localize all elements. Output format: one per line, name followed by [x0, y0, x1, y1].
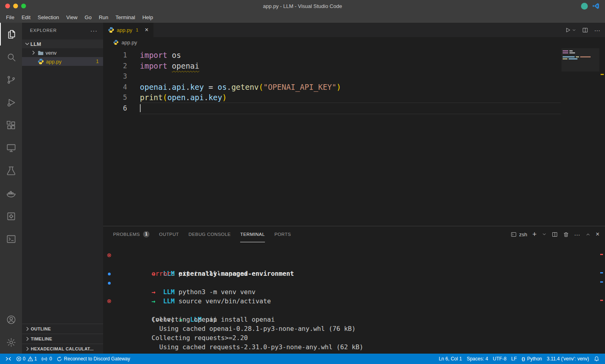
menu-terminal[interactable]: Terminal: [112, 14, 139, 20]
vscode-logo-icon[interactable]: [592, 2, 599, 10]
section-hexadecimal[interactable]: HEXADECIMAL CALCULAT...: [22, 344, 103, 354]
titlebar-avatar[interactable]: [581, 3, 588, 10]
close-panel-button[interactable]: ×: [596, 231, 599, 238]
minimap[interactable]: [561, 48, 599, 136]
tree-item-venv[interactable]: venv: [22, 48, 103, 57]
code-line-3[interactable]: 3: [103, 71, 605, 82]
menu-help[interactable]: Help: [139, 14, 157, 20]
panel-tab-ports[interactable]: PORTS: [275, 226, 291, 242]
discord-reconnect[interactable]: Reconnect to Discord Gateway: [54, 354, 132, 364]
kill-terminal-button[interactable]: [563, 231, 569, 237]
activity-run-debug[interactable]: [0, 91, 22, 114]
terminal-line: [103, 287, 605, 297]
explorer-more-actions-button[interactable]: ···: [90, 27, 98, 34]
new-terminal-button[interactable]: +: [532, 230, 537, 239]
line-number[interactable]: 4: [103, 82, 127, 93]
notifications-bell[interactable]: [591, 354, 602, 364]
code-line-1[interactable]: 1 import os: [103, 50, 605, 61]
terminal-output[interactable]: ⊗ → LLM pip install openai error: extern…: [103, 242, 605, 354]
line-number[interactable]: 2: [103, 61, 127, 71]
tree-item-app-py[interactable]: app.py 1: [22, 57, 103, 66]
panel-tab-label: PORTS: [275, 232, 291, 237]
tab-close-button[interactable]: ×: [145, 26, 148, 34]
scrollbar-fail-mark: [600, 254, 603, 255]
activity-bar-top: [0, 23, 22, 250]
line-number[interactable]: 5: [103, 92, 127, 103]
editor-more-actions-button[interactable]: ···: [594, 27, 600, 33]
line-number[interactable]: 6: [103, 103, 127, 114]
panel-t ab-problems[interactable]: PROBLEMS 1: [113, 226, 149, 242]
terminal-line: Collecting tqdm: [103, 342, 605, 352]
file-tree: LLM venv app.py 1: [22, 40, 103, 66]
vscode-window: app.py - LLM - Visual Studio Code File E…: [0, 0, 605, 364]
activity-remote-explorer[interactable]: [0, 136, 22, 159]
menu-selection[interactable]: Selection: [34, 14, 62, 20]
code-line-4[interactable]: 4 openai.api.key = os.getenv("OPENAI_API…: [103, 82, 605, 93]
chevron-right-icon: [24, 326, 31, 332]
minimap-line: [563, 50, 573, 51]
cursor-position[interactable]: Ln 6, Col 1: [436, 354, 464, 364]
panel-tab-output[interactable]: OUTPUT: [159, 226, 179, 242]
indentation[interactable]: Spaces: 4: [464, 354, 490, 364]
activity-extensions[interactable]: [0, 114, 22, 136]
breadcrumb-item[interactable]: app.py: [121, 40, 137, 46]
minimap-slider[interactable]: [561, 48, 599, 71]
line-number[interactable]: 3: [103, 71, 127, 82]
menu-view[interactable]: View: [63, 14, 81, 20]
panel-tab-bar: PROBLEMS 1 OUTPUT DEBUG CONSOLE TERMINAL…: [103, 226, 605, 242]
menu-file[interactable]: File: [2, 14, 18, 20]
traffic-lights: [5, 0, 26, 12]
tree-root-llm[interactable]: LLM: [22, 40, 103, 48]
activity-terminal[interactable]: [0, 228, 22, 250]
tab-app-py[interactable]: app.py 1 ×: [103, 23, 153, 37]
line-number[interactable]: 1: [103, 50, 127, 61]
minimize-window-button[interactable]: [13, 4, 18, 8]
bottom-panel: PROBLEMS 1 OUTPUT DEBUG CONSOLE TERMINAL…: [103, 226, 605, 354]
maximize-panel-button[interactable]: [585, 232, 591, 237]
activity-testing[interactable]: [0, 159, 22, 182]
panel-tab-terminal[interactable]: TERMINAL: [240, 226, 265, 242]
terminal-icon: [6, 234, 16, 244]
language-mode[interactable]: {} Python: [519, 354, 544, 364]
activity-docker[interactable]: [0, 182, 22, 205]
menu-run[interactable]: Run: [95, 14, 112, 20]
code-editor[interactable]: 1 import os 2 import openai 3 4 openai.a…: [103, 47, 605, 226]
discord-reconnect-label: Reconnect to Discord Gateway: [64, 356, 130, 362]
panel-tab-debug-console[interactable]: DEBUG CONSOLE: [189, 226, 231, 242]
split-terminal-button[interactable]: [552, 231, 558, 237]
zoom-window-button[interactable]: [21, 4, 26, 8]
terminal-profile-chevron[interactable]: [542, 232, 547, 237]
code-line-2[interactable]: 2 import openai: [103, 61, 605, 71]
activity-search[interactable]: [0, 46, 22, 68]
remote-indicator[interactable]: [3, 354, 14, 364]
activity-source-control[interactable]: [0, 68, 22, 91]
activity-explorer[interactable]: [0, 23, 22, 46]
terminal-line: Using cached requests-2.31.0-py3-none-an…: [103, 333, 605, 342]
terminal-shell-selector[interactable]: zsh: [511, 231, 527, 237]
activity-notebook[interactable]: [0, 205, 22, 228]
python-interpreter[interactable]: 3.11.4 ('venv': venv): [544, 354, 591, 364]
split-editor-button[interactable]: [582, 27, 588, 33]
menu-edit[interactable]: Edit: [18, 14, 34, 20]
eol-sequence[interactable]: LF: [509, 354, 519, 364]
menu-go[interactable]: Go: [81, 14, 95, 20]
run-python-file-button[interactable]: [565, 27, 576, 33]
problems-status[interactable]: 0 1: [14, 354, 39, 364]
activity-account[interactable]: [0, 308, 22, 331]
error-count: 0: [23, 356, 26, 362]
tab-problems-badge: 1: [136, 28, 138, 32]
section-timeline[interactable]: TIMELINE: [22, 334, 103, 344]
encoding[interactable]: UTF-8: [490, 354, 509, 364]
title-bar: app.py - LLM - Visual Studio Code: [0, 0, 605, 12]
token: =: [204, 83, 217, 91]
scrollbar-fail-mark: [600, 300, 603, 301]
close-window-button[interactable]: [5, 4, 10, 8]
code-line-5[interactable]: 5 print(open.api.key): [103, 92, 605, 103]
panel-more-actions-button[interactable]: ···: [574, 231, 580, 237]
token: api: [190, 93, 204, 102]
broadcast-status[interactable]: 0: [39, 354, 54, 364]
section-outline[interactable]: OUTLINE: [22, 324, 103, 334]
code-line-6[interactable]: 6: [103, 103, 605, 114]
panel-tab-label: TERMINAL: [240, 232, 265, 237]
activity-settings[interactable]: [0, 331, 22, 354]
